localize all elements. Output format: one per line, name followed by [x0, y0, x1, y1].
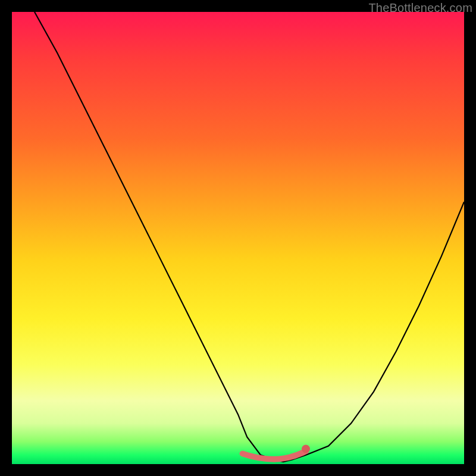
chart-frame: TheBottleneck.com — [0, 0, 476, 476]
gradient-background — [12, 12, 464, 464]
plot-area — [12, 12, 464, 464]
